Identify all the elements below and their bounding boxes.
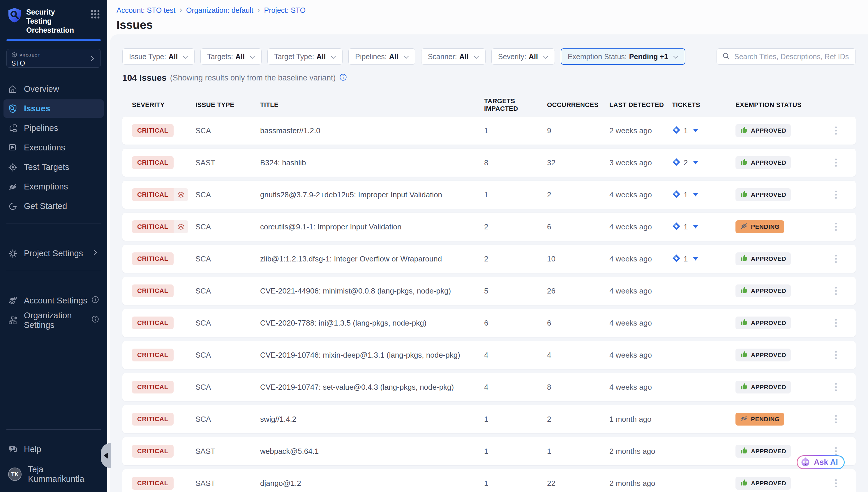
occurrences-cell: 4 (547, 351, 609, 360)
filter-severity[interactable]: Severity: All (491, 48, 555, 65)
ticket-caret-down-icon[interactable] (693, 257, 698, 261)
info-icon[interactable] (91, 296, 99, 305)
table-row[interactable]: CRITICAL SCA swig//1.4.2 1 2 1 month ago… (122, 405, 856, 433)
status-label: APPROVED (751, 287, 786, 294)
filter-value: Pending +1 (629, 52, 668, 61)
status-label: APPROVED (751, 255, 786, 262)
row-menu-button[interactable] (832, 316, 840, 330)
sidebar-item-exemptions[interactable]: Exemptions (3, 177, 104, 196)
issue-title-cell: B324: hashlib (260, 158, 484, 167)
table-row[interactable]: CRITICAL SAST django@1.2 1 22 2 months a… (122, 469, 856, 492)
targets-impacted-cell: 1 (484, 447, 547, 456)
search-input[interactable] (734, 52, 850, 61)
sidebar-item-get-started[interactable]: Get Started (3, 197, 104, 215)
status-label: APPROVED (751, 384, 786, 391)
help-label: Help (24, 444, 42, 454)
table-row[interactable]: CRITICAL SAST B324: hashlib 8 32 3 weeks… (122, 149, 856, 177)
thumb-up-icon (740, 286, 748, 296)
occurrences-cell: 2 (547, 415, 609, 424)
exemption-status-cell: APPROVED (735, 317, 826, 329)
issue-title-cell: CVE-2019-10747: set-value@0.4.3 (lang-pk… (260, 383, 484, 392)
sidebar-item-issues[interactable]: Issues (3, 99, 104, 118)
column-header-issue-type: Issue Type (195, 101, 260, 109)
ticket-caret-down-icon[interactable] (693, 225, 698, 228)
sidebar-item-overview[interactable]: Overview (3, 80, 104, 98)
table-row[interactable]: CRITICAL SCA bassmaster//1.2.0 1 9 2 wee… (122, 117, 856, 145)
filter-exemption-status[interactable]: Exemption Status: Pending +1 (561, 48, 685, 65)
breadcrumb-link-account[interactable]: Account: STO test (116, 6, 175, 15)
exemption-status-cell: APPROVED (735, 381, 826, 393)
sidebar-item-label: Pipelines (24, 123, 58, 133)
ticket-caret-down-icon[interactable] (693, 193, 698, 196)
issue-type-cell: SCA (195, 222, 260, 231)
targets-impacted-cell: 5 (484, 287, 547, 296)
row-menu-button[interactable] (832, 188, 840, 202)
sidebar-item-project-settings[interactable]: Project Settings (3, 244, 104, 263)
status-badge: APPROVED (735, 349, 791, 362)
row-menu-button[interactable] (832, 412, 840, 426)
ticket-caret-down-icon[interactable] (693, 161, 698, 164)
row-menu-button[interactable] (832, 476, 840, 490)
row-menu-button[interactable] (832, 220, 840, 234)
row-menu-button[interactable] (832, 124, 840, 138)
info-icon[interactable] (339, 73, 347, 82)
row-menu-button[interactable] (832, 348, 840, 362)
last-detected-cell: 2 months ago (609, 479, 672, 488)
targets-impacted-cell: 1 (484, 126, 547, 135)
issue-title-cell: coreutils@9.1-1: Improper Input Validati… (260, 222, 484, 231)
filter-value: All (168, 52, 178, 61)
search-box (716, 48, 856, 65)
table-row[interactable]: CRITICAL SCA zlib@1:1.2.13.dfsg-1: Integ… (122, 245, 856, 273)
sidebar-item-pipelines[interactable]: Pipelines (3, 119, 104, 137)
help-button[interactable]: ? Help (3, 440, 104, 459)
table-row[interactable]: CRITICAL SCA coreutils@9.1-1: Improper I… (122, 213, 856, 241)
filter-pipelines[interactable]: Pipelines: All (348, 48, 415, 65)
info-icon[interactable] (91, 315, 99, 325)
breadcrumb-link-project[interactable]: Project: STO (264, 6, 306, 15)
nine-dot-grid-icon[interactable] (90, 9, 100, 20)
project-selector[interactable]: PROJECT STO (6, 49, 101, 68)
brand-accent-rule (6, 39, 101, 41)
severity-label: CRITICAL (132, 252, 174, 265)
table-row[interactable]: CRITICAL SCA CVE-2019-10747: set-value@0… (122, 373, 856, 401)
table-row[interactable]: CRITICAL SCA CVE-2019-10746: mixin-deep@… (122, 341, 856, 369)
exemption-status-cell: APPROVED (735, 188, 826, 201)
table-row[interactable]: CRITICAL SCA CVE-2021-44906: minimist@0.… (122, 277, 856, 305)
status-badge: APPROVED (735, 252, 791, 265)
filter-target-type[interactable]: Target Type: All (267, 48, 343, 65)
cube-icon (11, 52, 17, 58)
table-row[interactable]: CRITICAL SCA gnutls28@3.7.9-2+deb12u5: I… (122, 181, 856, 209)
ask-ai-button[interactable]: Ask AI (797, 455, 845, 469)
executions-icon (8, 143, 18, 152)
breadcrumb-separator-icon: › (179, 5, 182, 14)
sidebar-item-executions[interactable]: Executions (3, 139, 104, 157)
chevron-down-icon (543, 53, 548, 58)
filter-label: Issue Type: (129, 52, 166, 61)
status-label: APPROVED (751, 159, 786, 166)
sidebar-item-account-settings[interactable]: Account Settings (3, 292, 104, 310)
table-row[interactable]: CRITICAL SCA CVE-2020-7788: ini@1.3.5 (l… (122, 309, 856, 337)
last-detected-cell: 4 weeks ago (609, 383, 672, 392)
occurrences-cell: 9 (547, 126, 609, 135)
chevron-right-icon (88, 54, 97, 64)
ticket-caret-down-icon[interactable] (693, 129, 698, 132)
ticket-count: 1 (684, 126, 688, 135)
row-menu-button[interactable] (832, 380, 840, 394)
filter-targets[interactable]: Targets: All (201, 48, 262, 65)
filter-scanner[interactable]: Scanner: All (421, 48, 485, 65)
targets-impacted-cell: 6 (484, 319, 547, 328)
row-menu-button[interactable] (832, 284, 840, 298)
user-profile[interactable]: TK Teja Kummarikuntla (3, 465, 104, 483)
filter-label: Severity: (498, 52, 526, 61)
breadcrumb-link-organization[interactable]: Organization: default (186, 6, 254, 15)
ai-mascot-icon (800, 456, 811, 468)
row-menu-button[interactable] (832, 252, 840, 266)
filter-issue-type[interactable]: Issue Type: All (122, 48, 194, 65)
sidebar-item-test-targets[interactable]: Test Targets (3, 158, 104, 176)
main-header: Account: STO test›Organization: default›… (107, 0, 868, 31)
table-row[interactable]: CRITICAL SAST webpack@5.64.1 1 1 2 month… (122, 437, 856, 465)
last-detected-cell: 1 month ago (609, 415, 672, 424)
sidebar-item-organization-settings[interactable]: Organization Settings (3, 311, 104, 329)
severity-badge: CRITICAL (132, 381, 174, 393)
row-menu-button[interactable] (832, 156, 840, 170)
